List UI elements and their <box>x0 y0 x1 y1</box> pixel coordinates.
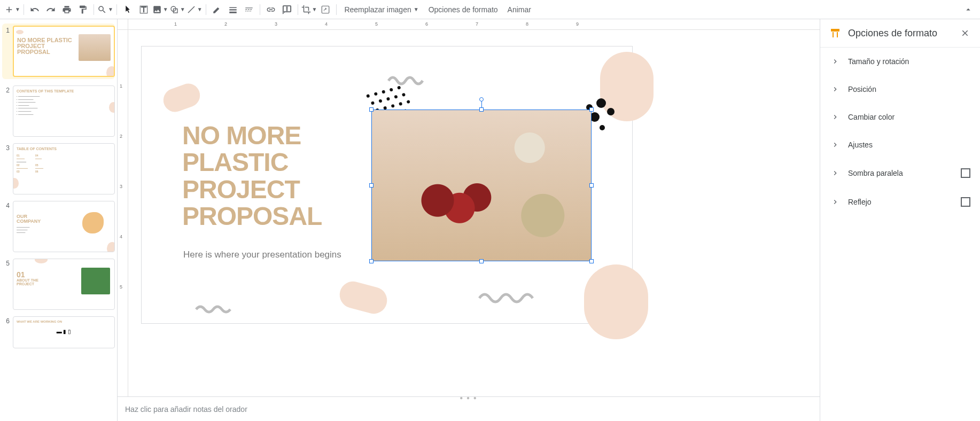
resize-handle[interactable] <box>589 259 594 263</box>
collapse-toolbar-button[interactable] <box>961 2 976 17</box>
svg-point-21 <box>371 101 375 105</box>
slide-number: 1 <box>2 26 13 77</box>
section-recolor[interactable]: Cambiar color <box>820 103 980 131</box>
resize-handle[interactable] <box>369 107 374 112</box>
section-position[interactable]: Posición <box>820 75 980 103</box>
selected-image[interactable] <box>371 110 592 261</box>
resize-handle[interactable] <box>369 183 374 188</box>
slide-subtitle[interactable]: Here is where your presentation begins <box>183 250 341 260</box>
slide-thumb-5[interactable]: 01 ABOUT THEPROJECT <box>13 259 115 310</box>
svg-rect-7 <box>245 7 253 8</box>
animate-button[interactable]: Animar <box>503 2 535 17</box>
decoration-blob <box>160 80 204 115</box>
svg-rect-4 <box>229 7 237 8</box>
svg-point-23 <box>386 97 390 100</box>
svg-line-3 <box>188 6 195 13</box>
slide-number: 6 <box>2 316 13 348</box>
shape-tool[interactable]: ▼ <box>169 2 185 17</box>
replace-image-button[interactable]: Reemplazar imagen▼ <box>340 2 423 17</box>
decoration-blob <box>337 278 390 317</box>
slide-number: 3 <box>2 143 13 194</box>
slide-panel[interactable]: 1 NO MORE PLASTIC PROJECT PROPOSAL 2 CON… <box>0 19 118 421</box>
slide-title[interactable]: NO MORE PLASTIC PROJECT PROPOSAL <box>182 122 322 230</box>
squiggle-decoration <box>195 303 232 315</box>
border-weight-button[interactable] <box>225 2 240 17</box>
svg-rect-13 <box>248 11 250 11</box>
slide-thumb-6[interactable]: WHAT WE ARE WORKING ON ▬ ▮ ▯ <box>13 316 115 348</box>
toolbar: ▼ ▼ ▼ ▼ ▼ ▼ Reemplazar imagen▼ Opciones … <box>0 0 980 19</box>
sidebar-title: Opciones de formato <box>848 28 952 39</box>
svg-rect-6 <box>229 11 237 13</box>
svg-rect-9 <box>247 9 249 10</box>
crop-button[interactable]: ▼ <box>301 2 317 17</box>
resize-handle[interactable] <box>479 107 484 112</box>
paint-format-button[interactable] <box>75 2 90 17</box>
slide-number: 5 <box>2 259 13 310</box>
slide-thumb-3[interactable]: TABLE OF CONTENTS 01━━━━━━━━━━━02━━━━━━━… <box>13 143 115 194</box>
chevron-right-icon <box>830 198 841 206</box>
image-tool[interactable]: ▼ <box>152 2 168 17</box>
format-options-sidebar: Opciones de formato Tamaño y rotación Po… <box>820 19 980 421</box>
svg-point-37 <box>607 108 615 115</box>
select-tool[interactable] <box>120 2 135 17</box>
svg-rect-14 <box>250 11 251 11</box>
resize-handle[interactable] <box>589 183 594 188</box>
zoom-button[interactable]: ▼ <box>97 2 113 17</box>
svg-point-42 <box>600 125 605 130</box>
slide-thumb-4[interactable]: OURCOMPANY ━━━━━━━━━━━━━━━━━━━━━━━━━━━━━… <box>13 201 115 252</box>
svg-point-28 <box>391 104 394 108</box>
resize-handle[interactable] <box>589 107 594 112</box>
svg-rect-10 <box>250 9 252 10</box>
section-drop-shadow[interactable]: Sombra paralela <box>820 159 980 188</box>
slide-number: 2 <box>2 85 13 137</box>
close-sidebar-button[interactable] <box>959 27 971 40</box>
notes-resize-handle[interactable]: ● ● ● <box>460 395 478 401</box>
section-size-rotation[interactable]: Tamaño y rotación <box>820 48 980 75</box>
chevron-right-icon <box>830 85 841 93</box>
border-dash-button[interactable] <box>242 2 256 17</box>
slide-thumb-1[interactable]: NO MORE PLASTIC PROJECT PROPOSAL <box>13 26 115 77</box>
svg-point-35 <box>596 98 606 108</box>
svg-point-20 <box>397 85 401 89</box>
section-reflection[interactable]: Reflejo <box>820 188 980 216</box>
rotation-handle[interactable] <box>479 97 484 102</box>
ruler-horizontal: 1 2 3 4 5 6 7 8 9 <box>128 19 820 30</box>
svg-point-19 <box>390 88 393 91</box>
undo-button[interactable] <box>27 2 42 17</box>
svg-point-24 <box>394 95 398 99</box>
line-tool[interactable]: ▼ <box>186 2 203 17</box>
svg-rect-43 <box>831 29 839 32</box>
svg-point-16 <box>366 94 370 98</box>
svg-point-18 <box>382 90 385 93</box>
slide-number: 4 <box>2 201 13 252</box>
resize-handle[interactable] <box>369 259 374 263</box>
reset-image-button[interactable] <box>318 2 333 17</box>
svg-point-17 <box>374 92 378 96</box>
textbox-tool[interactable] <box>136 2 151 17</box>
svg-rect-11 <box>245 11 246 11</box>
new-slide-button[interactable]: ▼ <box>4 2 20 17</box>
reflection-checkbox[interactable] <box>961 197 970 207</box>
chevron-right-icon <box>830 141 841 149</box>
chevron-right-icon <box>830 57 841 66</box>
section-adjustments[interactable]: Ajustes <box>820 131 980 159</box>
chevron-right-icon <box>830 169 841 177</box>
slide-thumb-2[interactable]: CONTENTS OF THIS TEMPLATE ▪ ━━━━━━━━━━━━… <box>13 85 115 137</box>
redo-button[interactable] <box>43 2 58 17</box>
print-button[interactable] <box>59 2 74 17</box>
comment-button[interactable] <box>279 2 294 17</box>
format-options-icon <box>829 27 842 40</box>
format-options-button[interactable]: Opciones de formato <box>424 2 502 17</box>
border-color-button[interactable] <box>209 2 224 17</box>
svg-rect-5 <box>229 9 237 10</box>
resize-handle[interactable] <box>479 259 484 263</box>
link-button[interactable] <box>263 2 278 17</box>
chevron-right-icon <box>830 113 841 121</box>
svg-point-29 <box>399 102 402 106</box>
svg-point-22 <box>378 99 382 103</box>
speaker-notes[interactable]: ● ● ● Haz clic para añadir notas del ora… <box>118 396 820 421</box>
canvas-area: 1 2 3 4 5 6 7 8 9 1 2 3 4 5 <box>118 19 820 421</box>
svg-point-30 <box>406 100 410 104</box>
drop-shadow-checkbox[interactable] <box>961 168 970 178</box>
slide-canvas[interactable]: NO MORE PLASTIC PROJECT PROPOSAL Here is… <box>141 46 633 324</box>
